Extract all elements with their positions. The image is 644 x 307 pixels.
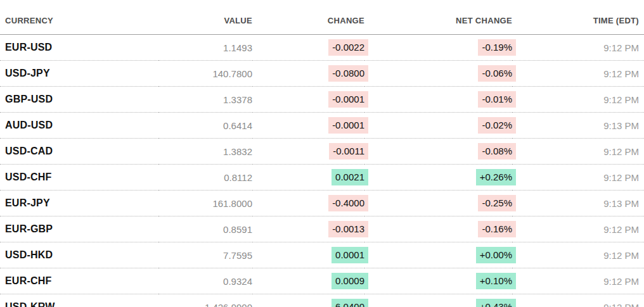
column-header-currency: CURRENCY [0,0,158,35]
currency-pair-link[interactable]: GBP-USD [0,87,158,113]
table-row: USD-JPY 140.7800 -0.0800 -0.06% 9:12 PM [0,61,644,87]
column-header-time: TIME (EDT) [512,0,644,35]
time-cell: 9:12 PM [512,61,644,87]
currency-pair-link[interactable]: USD-JPY [0,61,158,87]
time-cell: 9:13 PM [512,191,644,216]
header-row: CURRENCY VALUE CHANGE NET CHANGE TIME (E… [0,0,644,35]
change-highlight: -0.0022 [328,39,368,56]
currency-pair-link[interactable]: AUD-USD [0,113,158,139]
net-change-highlight: -0.06% [478,65,516,82]
time-cell: 9:12 PM [512,294,644,307]
time-cell: 9:12 PM [512,165,644,191]
value-cell: 140.7800 [158,61,252,87]
net-change-cell: -0.02% [364,113,512,139]
change-highlight: 0.0001 [332,247,368,263]
change-cell: -0.0800 [252,61,364,87]
table-row: EUR-USD 1.1493 -0.0022 -0.19% 9:12 PM [0,35,644,61]
value-cell: 0.8591 [158,216,252,242]
fx-rates-table: CURRENCY VALUE CHANGE NET CHANGE TIME (E… [0,0,644,307]
column-header-value: VALUE [158,0,252,35]
change-cell: -0.0001 [252,113,364,139]
net-change-highlight: +0.43% [476,299,516,307]
net-change-highlight: +0.00% [476,247,516,263]
net-change-highlight: -0.08% [478,143,516,160]
change-highlight: -0.0011 [329,143,368,160]
net-change-cell: -0.25% [364,191,512,216]
table-row: EUR-GBP 0.8591 -0.0013 -0.16% 9:12 PM [0,216,644,242]
change-highlight: -0.4000 [328,195,368,211]
net-change-highlight: -0.25% [478,195,516,211]
change-cell: 0.0009 [252,268,364,294]
column-header-net-change: NET CHANGE [364,0,512,35]
time-cell: 9:12 PM [512,216,644,242]
value-cell: 1,426.9900 [158,294,252,307]
net-change-cell: -0.01% [364,87,512,113]
net-change-highlight: +0.10% [476,273,516,289]
table-row: USD-CHF 0.8112 0.0021 +0.26% 9:12 PM [0,165,644,191]
change-cell: -0.0011 [252,139,364,165]
time-cell: 9:12 PM [512,268,644,294]
currency-pair-link[interactable]: USD-CAD [0,139,158,165]
fx-table-header: CURRENCY VALUE CHANGE NET CHANGE TIME (E… [0,0,644,35]
value-cell: 1.3378 [158,87,252,113]
table-row: AUD-USD 0.6414 -0.0001 -0.02% 9:13 PM [0,113,644,139]
change-highlight: 0.0021 [332,169,368,185]
value-cell: 0.6414 [158,113,252,139]
net-change-cell: +0.26% [364,165,512,191]
time-cell: 9:12 PM [512,242,644,268]
net-change-cell: -0.08% [364,139,512,165]
value-cell: 0.8112 [158,165,252,191]
table-row: GBP-USD 1.3378 -0.0001 -0.01% 9:12 PM [0,87,644,113]
currency-pair-link[interactable]: USD-CHF [0,165,158,191]
net-change-highlight: +0.26% [476,169,516,185]
change-highlight: 6.0400 [332,299,368,307]
change-cell: -0.0022 [252,35,364,61]
currency-pair-link[interactable]: EUR-CHF [0,268,158,294]
net-change-cell: -0.16% [364,216,512,242]
fx-rates-panel: CURRENCY VALUE CHANGE NET CHANGE TIME (E… [0,0,644,307]
change-highlight: -0.0001 [328,91,368,108]
net-change-highlight: -0.02% [478,117,516,134]
currency-pair-link[interactable]: USD-KRW [0,294,158,307]
net-change-highlight: -0.16% [478,221,516,237]
change-cell: -0.0013 [252,216,364,242]
net-change-highlight: -0.19% [478,39,516,56]
change-cell: 6.0400 [252,294,364,307]
fx-table-body: EUR-USD 1.1493 -0.0022 -0.19% 9:12 PM US… [0,35,644,307]
net-change-cell: -0.06% [364,61,512,87]
net-change-cell: +0.00% [364,242,512,268]
change-highlight: 0.0009 [332,273,368,289]
currency-pair-link[interactable]: USD-HKD [0,242,158,268]
time-cell: 9:12 PM [512,139,644,165]
value-cell: 0.9324 [158,268,252,294]
time-cell: 9:12 PM [512,35,644,61]
change-cell: -0.4000 [252,191,364,216]
currency-pair-link[interactable]: EUR-USD [0,35,158,61]
table-row: EUR-CHF 0.9324 0.0009 +0.10% 9:12 PM [0,268,644,294]
change-cell: -0.0001 [252,87,364,113]
table-row: USD-HKD 7.7595 0.0001 +0.00% 9:12 PM [0,242,644,268]
value-cell: 7.7595 [158,242,252,268]
net-change-cell: +0.43% [364,294,512,307]
value-cell: 1.1493 [158,35,252,61]
currency-pair-link[interactable]: EUR-GBP [0,216,158,242]
table-row: USD-KRW 1,426.9900 6.0400 +0.43% 9:12 PM [0,294,644,307]
table-row: USD-CAD 1.3832 -0.0011 -0.08% 9:12 PM [0,139,644,165]
table-row: EUR-JPY 161.8000 -0.4000 -0.25% 9:13 PM [0,191,644,216]
column-header-change: CHANGE [252,0,364,35]
value-cell: 1.3832 [158,139,252,165]
change-highlight: -0.0013 [328,221,368,237]
change-highlight: -0.0001 [328,117,368,134]
time-cell: 9:13 PM [512,113,644,139]
net-change-cell: +0.10% [364,268,512,294]
change-cell: 0.0001 [252,242,364,268]
time-cell: 9:12 PM [512,87,644,113]
value-cell: 161.8000 [158,191,252,216]
net-change-cell: -0.19% [364,35,512,61]
change-cell: 0.0021 [252,165,364,191]
currency-pair-link[interactable]: EUR-JPY [0,191,158,216]
net-change-highlight: -0.01% [478,91,516,108]
change-highlight: -0.0800 [328,65,368,82]
